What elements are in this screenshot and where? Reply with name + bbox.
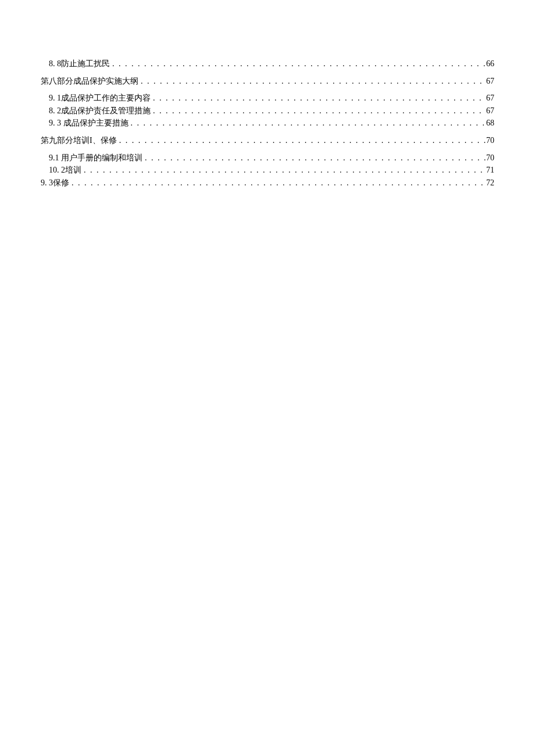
toc-entry: 8. 2成品保护责任及管理措施 67 bbox=[41, 105, 494, 117]
toc-leader-dots bbox=[151, 92, 486, 104]
toc-leader-dots bbox=[129, 117, 487, 129]
toc-section-entry: 第八部分成品保护实施大纲 67 bbox=[41, 76, 494, 87]
toc-page-number: 67 bbox=[486, 92, 494, 104]
toc-label: 8. 2成品保护责任及管理措施 bbox=[49, 105, 151, 117]
toc-entry: 8. 8防止施工扰民 66 bbox=[41, 58, 494, 70]
toc-leader-dots bbox=[151, 105, 486, 117]
toc-label: 第九部分培训I、保修 bbox=[41, 135, 117, 146]
toc-page-number: 67 bbox=[486, 105, 494, 117]
toc-page-number: 66 bbox=[486, 58, 494, 70]
toc-entry: 9. 3保修 72 bbox=[41, 177, 494, 189]
toc-label: 9.1 用户手册的编制和培训 bbox=[49, 152, 142, 164]
toc-label: 9. 3 成品保护主要措施 bbox=[49, 117, 129, 129]
toc-label: 9. 1成品保护工作的主要内容 bbox=[49, 92, 151, 104]
toc-page-number: 68 bbox=[486, 117, 494, 129]
toc-page-number: 72 bbox=[486, 177, 494, 189]
toc-entry: 9.1 用户手册的编制和培训 70 bbox=[41, 152, 494, 164]
toc-leader-dots bbox=[81, 164, 486, 176]
toc-leader-dots bbox=[138, 76, 486, 87]
toc-label: 10. 2培训 bbox=[49, 164, 81, 176]
toc-page-number: 71 bbox=[486, 164, 494, 176]
toc-leader-dots bbox=[110, 58, 486, 70]
toc-leader-dots bbox=[69, 177, 486, 189]
toc-label: 8. 8防止施工扰民 bbox=[49, 58, 110, 70]
toc-leader-dots bbox=[117, 135, 486, 146]
toc-label: 9. 3保修 bbox=[41, 177, 69, 189]
toc-page-number: 70 bbox=[486, 135, 494, 146]
toc-page-number: 67 bbox=[486, 76, 494, 87]
toc-label: 第八部分成品保护实施大纲 bbox=[41, 76, 138, 87]
toc-page-number: 70 bbox=[486, 152, 494, 164]
table-of-contents: 8. 8防止施工扰民 66 第八部分成品保护实施大纲 67 9. 1成品保护工作… bbox=[41, 58, 494, 188]
toc-entry: 10. 2培训 71 bbox=[41, 164, 494, 176]
toc-entry: 9. 3 成品保护主要措施 68 bbox=[41, 117, 494, 129]
toc-section-entry: 第九部分培训I、保修 70 bbox=[41, 135, 494, 146]
toc-leader-dots bbox=[142, 152, 486, 164]
toc-entry: 9. 1成品保护工作的主要内容 67 bbox=[41, 92, 494, 104]
